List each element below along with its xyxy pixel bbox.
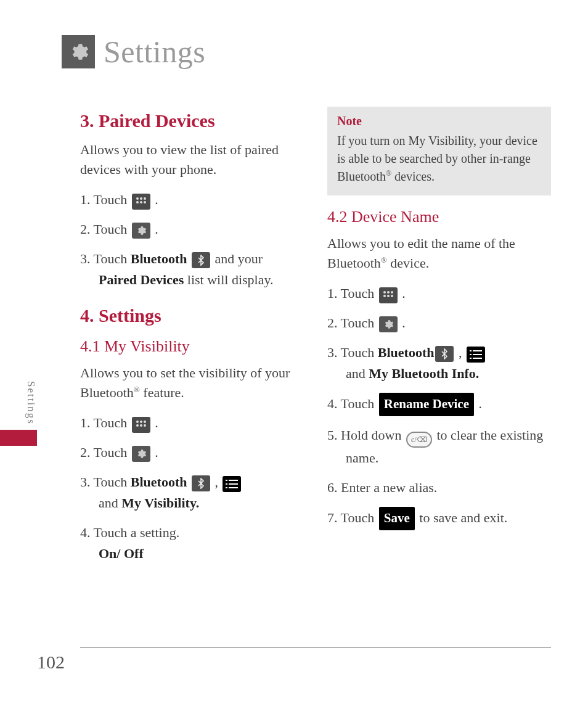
bluetooth-icon (192, 252, 210, 268)
svg-point-1 (140, 197, 142, 200)
svg-point-23 (391, 295, 393, 297)
svg-point-3 (136, 201, 139, 203)
svg-point-6 (136, 421, 139, 423)
gear-icon (379, 316, 398, 332)
gear-icon (132, 223, 150, 239)
footer-rule (80, 647, 551, 648)
left-column: 3. Paired Devices Allows you to view the… (80, 107, 304, 580)
section42-intro: Allows you to edit the name of the Bluet… (327, 234, 551, 273)
subsection-heading-device-name: 4.2 Device Name (327, 208, 551, 226)
svg-point-19 (387, 291, 390, 293)
svg-rect-29 (473, 358, 482, 359)
step: Touch Bluetooth , and My Visibility. (80, 472, 304, 514)
svg-rect-28 (470, 358, 472, 359)
svg-rect-14 (226, 483, 227, 485)
save-button-label: Save (379, 507, 415, 530)
side-tab: Settings (25, 381, 37, 446)
section-heading-settings: 4. Settings (80, 305, 304, 326)
section3-steps: Touch . Touch . Touch Bluetooth and your… (80, 189, 304, 290)
right-column: Note If you turn on My Visibility, your … (327, 107, 551, 580)
svg-rect-26 (470, 354, 472, 355)
step: Touch . (80, 413, 304, 433)
svg-point-2 (144, 197, 146, 200)
step: Touch . (80, 442, 304, 463)
svg-rect-12 (226, 480, 227, 481)
section3-intro: Allows you to view the list of paired de… (80, 140, 304, 179)
svg-point-8 (144, 421, 146, 423)
apps-grid-icon (132, 194, 150, 210)
step: Touch . (80, 219, 304, 240)
rename-device-button-label: Rename Device (379, 393, 474, 416)
svg-rect-13 (229, 480, 238, 481)
step: Touch . (80, 189, 304, 210)
list-menu-icon (223, 476, 241, 492)
svg-point-21 (383, 295, 386, 297)
bluetooth-icon (435, 346, 454, 362)
step: Touch Save to save and exit. (327, 507, 551, 530)
apps-grid-icon (379, 287, 398, 303)
bluetooth-icon (192, 475, 210, 491)
note-body: If you turn on My Visibility, your devic… (337, 132, 541, 186)
svg-point-20 (391, 291, 393, 293)
side-tab-label: Settings (25, 381, 37, 425)
step: Touch Rename Device . (327, 393, 551, 416)
step: Touch a setting. On/ Off (80, 522, 304, 564)
svg-rect-25 (473, 350, 482, 351)
clear-key-icon: c/⌫ (406, 432, 432, 448)
step: Hold down c/⌫ to clear the existing name… (327, 425, 551, 469)
page-footer: 102 (37, 647, 551, 673)
svg-point-22 (387, 295, 390, 297)
note-title: Note (337, 114, 541, 128)
svg-rect-16 (226, 487, 227, 488)
section42-steps: Touch . Touch . Touch Bluetooth , and My… (327, 283, 551, 530)
section41-intro: Allows you to set the visibility of your… (80, 363, 304, 403)
step: Touch . (327, 313, 551, 334)
gear-icon (62, 35, 95, 68)
svg-point-11 (144, 424, 146, 427)
svg-rect-17 (229, 487, 238, 488)
svg-rect-15 (229, 483, 238, 485)
svg-point-5 (144, 201, 146, 203)
svg-rect-27 (473, 354, 482, 355)
svg-point-18 (383, 291, 386, 293)
section-heading-paired-devices: 3. Paired Devices (80, 110, 304, 131)
gear-icon (132, 446, 150, 462)
step: Touch Bluetooth , and My Bluetooth Info. (327, 342, 551, 384)
step: Touch Bluetooth and your Paired Devices … (80, 248, 304, 290)
page-title: Settings (104, 34, 205, 70)
list-menu-icon (467, 347, 485, 363)
note-box: Note If you turn on My Visibility, your … (327, 107, 551, 195)
svg-point-10 (140, 424, 142, 427)
subsection-heading-visibility: 4.1 My Visibility (80, 337, 304, 356)
page-header: Settings (62, 34, 551, 70)
page-number: 102 (37, 652, 551, 673)
svg-rect-24 (470, 350, 472, 351)
svg-point-9 (136, 424, 139, 427)
manual-page: Settings 3. Paired Devices Allows you to… (0, 0, 588, 706)
svg-point-4 (140, 201, 142, 203)
apps-grid-icon (132, 417, 150, 433)
svg-point-0 (136, 197, 139, 200)
step: Touch . (327, 283, 551, 304)
section41-steps: Touch . Touch . Touch Bluetooth , and My… (80, 413, 304, 565)
side-tab-marker (0, 430, 37, 446)
content-columns: 3. Paired Devices Allows you to view the… (80, 107, 551, 580)
svg-point-7 (140, 421, 142, 423)
step: Enter a new alias. (327, 477, 551, 498)
